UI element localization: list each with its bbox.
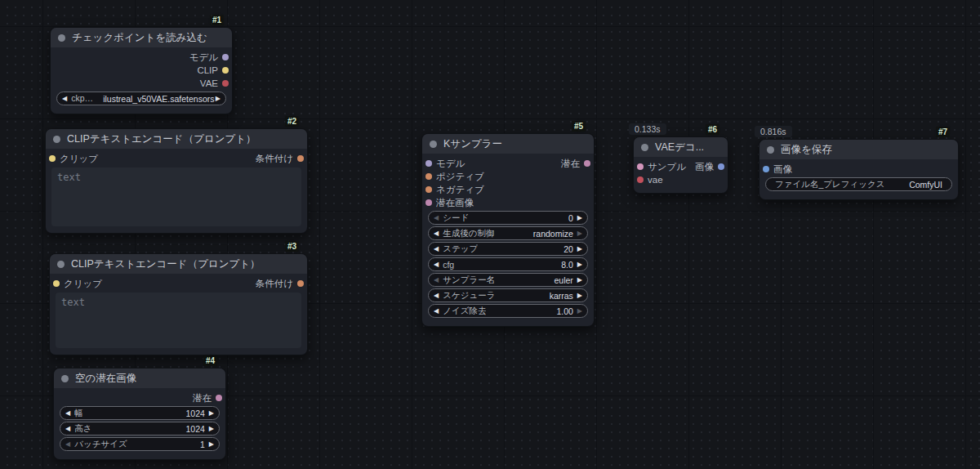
- output-slot-dot[interactable]: [222, 80, 229, 87]
- decrement-arrow-icon[interactable]: ◀: [62, 96, 67, 102]
- increment-arrow-icon[interactable]: ▶: [577, 230, 582, 237]
- collapse-dot-icon[interactable]: [641, 144, 648, 151]
- node-title-bar[interactable]: CLIPテキストエンコード（プロンプト）: [46, 129, 307, 149]
- decrement-arrow-icon[interactable]: ◀: [434, 215, 439, 221]
- prompt-textarea[interactable]: [51, 168, 301, 226]
- decrement-arrow-icon[interactable]: ◀: [65, 426, 70, 432]
- output-slot-dot[interactable]: [222, 67, 229, 74]
- input-slot-samples[interactable]: サンプル: [637, 161, 686, 173]
- node-save-image[interactable]: 0.816s#7画像を保存画像ファイル名_プレフィックスComfyUI: [759, 139, 959, 200]
- widget-seed[interactable]: ◀シード0▶: [428, 211, 588, 225]
- output-slot-dot[interactable]: [216, 395, 222, 401]
- output-slot-image[interactable]: 画像: [695, 161, 724, 173]
- node-vae-decode[interactable]: 0.133s#6VAEデコ...サンプル画像vae: [633, 136, 728, 194]
- node-title-bar[interactable]: Kサンプラー: [422, 134, 594, 154]
- node-order-badge: #3: [285, 241, 299, 252]
- output-slot-model[interactable]: モデル: [189, 51, 229, 64]
- node-title-bar[interactable]: 空の潜在画像: [54, 368, 225, 388]
- node-load-checkpoint[interactable]: #1チェックポイントを読み込むモデルCLIPVAE◀ckpt名ilustreal…: [50, 27, 233, 114]
- decrement-arrow-icon[interactable]: ◀: [434, 230, 439, 237]
- output-slot-dot[interactable]: [584, 160, 590, 167]
- output-slot-latent[interactable]: 潜在: [561, 158, 590, 170]
- increment-arrow-icon[interactable]: ▶: [209, 426, 214, 432]
- node-title-bar[interactable]: チェックポイントを読み込む: [51, 28, 232, 47]
- output-slot-conditioning[interactable]: 条件付け: [256, 278, 304, 290]
- increment-arrow-icon[interactable]: ▶: [209, 410, 214, 417]
- input-slot-images[interactable]: 画像: [763, 163, 792, 176]
- widget-width[interactable]: ◀幅1024▶: [60, 406, 220, 420]
- widget-cfg[interactable]: ◀cfg8.0▶: [428, 257, 588, 271]
- collapse-dot-icon[interactable]: [53, 136, 60, 143]
- collapse-dot-icon[interactable]: [767, 146, 774, 154]
- node-ksampler[interactable]: #5Kサンプラーモデル潜在ポジティブネガティブ潜在画像◀シード0▶◀生成後の制御…: [421, 133, 595, 327]
- input-slot-clip[interactable]: クリップ: [53, 278, 102, 290]
- collapse-dot-icon[interactable]: [430, 141, 437, 148]
- increment-arrow-icon[interactable]: ▶: [577, 261, 582, 268]
- input-slot-label: ネガティブ: [436, 184, 484, 196]
- output-slot-dot[interactable]: [297, 280, 304, 287]
- node-order-badge: #5: [572, 121, 586, 132]
- node-clip-text-encode-prompt-2[interactable]: #2CLIPテキストエンコード（プロンプト）クリップ条件付け: [45, 128, 308, 234]
- input-slot-latent-image[interactable]: 潜在画像: [425, 197, 474, 209]
- decrement-arrow-icon[interactable]: ◀: [434, 261, 439, 268]
- output-slot-clip[interactable]: CLIP: [197, 65, 229, 75]
- input-slot-dot[interactable]: [637, 176, 644, 183]
- increment-arrow-icon[interactable]: ▶: [577, 308, 582, 315]
- decrement-arrow-icon[interactable]: ◀: [434, 308, 439, 315]
- collapse-dot-icon[interactable]: [58, 34, 65, 42]
- output-slot-conditioning[interactable]: 条件付け: [256, 153, 304, 165]
- widget-ckpt-name[interactable]: ◀ckpt名ilustreal_v50VAE.safetensors▶: [56, 92, 226, 105]
- widget-filename-prefix[interactable]: ファイル名_プレフィックスComfyUI: [765, 177, 952, 191]
- decrement-arrow-icon[interactable]: ◀: [65, 410, 70, 417]
- output-slot-dot[interactable]: [297, 155, 304, 162]
- increment-arrow-icon[interactable]: ▶: [209, 441, 214, 448]
- widget-denoise[interactable]: ◀ノイズ除去1.00▶: [428, 304, 588, 318]
- decrement-arrow-icon[interactable]: ◀: [434, 293, 439, 299]
- decrement-arrow-icon[interactable]: ◀: [65, 441, 70, 448]
- input-slot-positive[interactable]: ポジティブ: [425, 171, 484, 183]
- output-slot-dot[interactable]: [222, 54, 229, 60]
- node-title-bar[interactable]: VAEデコ...: [634, 137, 728, 157]
- widget-height[interactable]: ◀高さ1024▶: [60, 422, 220, 436]
- collapse-dot-icon[interactable]: [57, 261, 65, 268]
- input-slot-vae[interactable]: vae: [637, 175, 663, 185]
- node-clip-text-encode-prompt-3[interactable]: #3CLIPテキストエンコード（プロンプト）クリップ条件付け: [49, 253, 308, 355]
- input-slot-dot[interactable]: [53, 280, 60, 287]
- node-title-bar[interactable]: 画像を保存: [760, 140, 958, 159]
- widget-control-after-generate[interactable]: ◀生成後の制御randomize▶: [428, 226, 588, 240]
- collapse-dot-icon[interactable]: [61, 375, 69, 382]
- prompt-textarea[interactable]: [56, 293, 301, 348]
- input-slot-dot[interactable]: [763, 166, 769, 172]
- increment-arrow-icon[interactable]: ▶: [577, 293, 582, 299]
- input-slot-clip[interactable]: クリップ: [49, 153, 98, 165]
- widget-sampler-name[interactable]: ◀サンプラー名euler▶: [428, 273, 588, 287]
- increment-arrow-icon[interactable]: ▶: [577, 277, 582, 284]
- output-slot-latent[interactable]: 潜在: [193, 392, 222, 404]
- output-slot-vae[interactable]: VAE: [200, 78, 229, 88]
- widget-label: 生成後の制御: [443, 228, 494, 239]
- increment-arrow-icon[interactable]: ▶: [216, 96, 220, 102]
- widget-steps[interactable]: ◀ステップ20▶: [428, 242, 588, 256]
- widget-label: バッチサイズ: [74, 439, 127, 450]
- input-slot-dot[interactable]: [425, 173, 432, 180]
- widget-label: 高さ: [74, 423, 91, 435]
- decrement-arrow-icon[interactable]: ◀: [434, 246, 439, 252]
- node-title-bar[interactable]: CLIPテキストエンコード（プロンプト）: [50, 254, 307, 274]
- graph-canvas[interactable]: #1チェックポイントを読み込むモデルCLIPVAE◀ckpt名ilustreal…: [0, 0, 980, 469]
- input-slot-model[interactable]: モデル: [425, 158, 465, 170]
- increment-arrow-icon[interactable]: ▶: [577, 215, 582, 221]
- widget-batch-size[interactable]: ◀バッチサイズ1▶: [60, 437, 220, 451]
- widget-scheduler[interactable]: ◀スケジューラkarras▶: [428, 288, 588, 302]
- output-slot-dot[interactable]: [718, 163, 724, 170]
- input-slot-dot[interactable]: [49, 155, 56, 162]
- node-empty-latent-image[interactable]: #4空の潜在画像潜在◀幅1024▶◀高さ1024▶◀バッチサイズ1▶: [53, 368, 226, 460]
- slot-row: モデル: [51, 51, 232, 64]
- widget-value: 1024: [181, 424, 208, 434]
- input-slot-negative[interactable]: ネガティブ: [425, 184, 484, 196]
- increment-arrow-icon[interactable]: ▶: [577, 246, 582, 252]
- input-slot-dot[interactable]: [425, 199, 432, 206]
- decrement-arrow-icon[interactable]: ◀: [434, 277, 439, 284]
- input-slot-dot[interactable]: [425, 160, 432, 167]
- input-slot-dot[interactable]: [425, 186, 432, 193]
- input-slot-dot[interactable]: [637, 163, 644, 170]
